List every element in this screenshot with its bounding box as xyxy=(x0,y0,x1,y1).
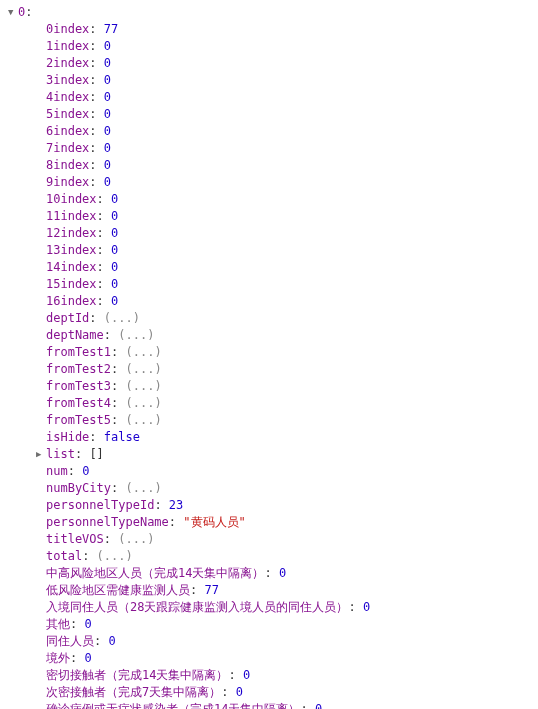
property-key: deptId xyxy=(46,311,89,325)
property-key: 中高风险地区人员（完成14天集中隔离） xyxy=(46,566,264,580)
value-number: 0 xyxy=(84,617,91,631)
object-property[interactable]: fromTest3: (...) xyxy=(8,378,530,395)
object-property[interactable]: 6index: 0 xyxy=(8,123,530,140)
object-property[interactable]: 其他: 0 xyxy=(8,616,530,633)
object-property[interactable]: 密切接触者（完成14天集中隔离）: 0 xyxy=(8,667,530,684)
value-collapsed[interactable]: (...) xyxy=(104,311,140,325)
object-property[interactable]: isHide: false xyxy=(8,429,530,446)
value-number: 0 xyxy=(236,685,243,699)
object-property[interactable]: 境外: 0 xyxy=(8,650,530,667)
value-number: 0 xyxy=(104,90,111,104)
property-key: fromTest5 xyxy=(46,413,111,427)
object-property[interactable]: fromTest4: (...) xyxy=(8,395,530,412)
value-number: 0 xyxy=(104,141,111,155)
value-number: 0 xyxy=(104,39,111,53)
value-number: 0 xyxy=(111,192,118,206)
property-key: titleVOS xyxy=(46,532,104,546)
value-collapsed[interactable]: (...) xyxy=(118,328,154,342)
object-property[interactable]: titleVOS: (...) xyxy=(8,531,530,548)
value-collapsed[interactable]: (...) xyxy=(126,481,162,495)
object-property[interactable]: 14index: 0 xyxy=(8,259,530,276)
value-number: 23 xyxy=(169,498,183,512)
value-collapsed[interactable]: (...) xyxy=(126,379,162,393)
value-number: 0 xyxy=(111,209,118,223)
object-property[interactable]: 0index: 77 xyxy=(8,21,530,38)
object-property[interactable]: 3index: 0 xyxy=(8,72,530,89)
object-property[interactable]: 11index: 0 xyxy=(8,208,530,225)
object-property[interactable]: 16index: 0 xyxy=(8,293,530,310)
object-property[interactable]: 8index: 0 xyxy=(8,157,530,174)
property-key: 3index xyxy=(46,73,89,87)
value-number: 0 xyxy=(111,243,118,257)
object-property[interactable]: 12index: 0 xyxy=(8,225,530,242)
value-number: 0 xyxy=(111,277,118,291)
property-key: deptName xyxy=(46,328,104,342)
property-key: 9index xyxy=(46,175,89,189)
value-number: 0 xyxy=(243,668,250,682)
object-property[interactable]: fromTest1: (...) xyxy=(8,344,530,361)
property-key: 5index xyxy=(46,107,89,121)
property-key: 14index xyxy=(46,260,97,274)
value-collapsed[interactable]: (...) xyxy=(126,413,162,427)
object-property[interactable]: fromTest5: (...) xyxy=(8,412,530,429)
property-key: 密切接触者（完成14天集中隔离） xyxy=(46,668,228,682)
value-number: 0 xyxy=(104,73,111,87)
property-key: 13index xyxy=(46,243,97,257)
value-number: 0 xyxy=(104,56,111,70)
object-property[interactable]: 9index: 0 xyxy=(8,174,530,191)
property-key: total xyxy=(46,549,82,563)
object-property[interactable]: 确诊病例或无症状感染者（完成14天集中隔离）: 0 xyxy=(8,701,530,709)
value-collapsed[interactable]: (...) xyxy=(126,396,162,410)
property-key: 11index xyxy=(46,209,97,223)
object-property[interactable]: 中高风险地区人员（完成14天集中隔离）: 0 xyxy=(8,565,530,582)
value-number: 0 xyxy=(84,651,91,665)
object-property[interactable]: total: (...) xyxy=(8,548,530,565)
value-collapsed[interactable]: (...) xyxy=(126,362,162,376)
object-property[interactable]: 2index: 0 xyxy=(8,55,530,72)
value-number: 0 xyxy=(108,634,115,648)
object-property[interactable]: deptId: (...) xyxy=(8,310,530,327)
object-property[interactable]: fromTest2: (...) xyxy=(8,361,530,378)
property-key: 确诊病例或无症状感染者（完成14天集中隔离） xyxy=(46,702,300,709)
property-key: 6index xyxy=(46,124,89,138)
property-key: 4index xyxy=(46,90,89,104)
value-number: 0 xyxy=(82,464,89,478)
property-key: 境外 xyxy=(46,651,70,665)
property-key: 8index xyxy=(46,158,89,172)
object-property[interactable]: 13index: 0 xyxy=(8,242,530,259)
object-property[interactable]: 4index: 0 xyxy=(8,89,530,106)
value-number: 0 xyxy=(111,294,118,308)
property-key: 12index xyxy=(46,226,97,240)
object-property[interactable]: 次密接触者（完成7天集中隔离）: 0 xyxy=(8,684,530,701)
object-property[interactable]: ▶list: [] xyxy=(8,446,530,463)
value-number: 0 xyxy=(104,107,111,121)
value-number: 0 xyxy=(279,566,286,580)
property-key: 7index xyxy=(46,141,89,155)
value-collapsed[interactable]: (...) xyxy=(118,532,154,546)
object-property[interactable]: num: 0 xyxy=(8,463,530,480)
object-property[interactable]: 15index: 0 xyxy=(8,276,530,293)
object-property[interactable]: 1index: 0 xyxy=(8,38,530,55)
object-property[interactable]: deptName: (...) xyxy=(8,327,530,344)
object-property[interactable]: 低风险地区需健康监测人员: 77 xyxy=(8,582,530,599)
object-property[interactable]: personnelTypeId: 23 xyxy=(8,497,530,514)
object-tree: ▼0: 0index: 77 1index: 0 2index: 0 3inde… xyxy=(8,4,530,709)
property-key: 16index xyxy=(46,294,97,308)
object-property[interactable]: 10index: 0 xyxy=(8,191,530,208)
object-property[interactable]: numByCity: (...) xyxy=(8,480,530,497)
object-property[interactable]: 7index: 0 xyxy=(8,140,530,157)
property-key: 同住人员 xyxy=(46,634,94,648)
object-property[interactable]: 入境同住人员（28天跟踪健康监测入境人员的同住人员）: 0 xyxy=(8,599,530,616)
expand-arrow-icon[interactable]: ▶ xyxy=(36,446,46,462)
expand-arrow-icon[interactable]: ▼ xyxy=(8,4,18,20)
value-collapsed[interactable]: (...) xyxy=(126,345,162,359)
property-key: isHide xyxy=(46,430,89,444)
object-property[interactable]: 5index: 0 xyxy=(8,106,530,123)
tree-root[interactable]: ▼0: xyxy=(8,4,530,21)
property-key: 次密接触者（完成7天集中隔离） xyxy=(46,685,221,699)
object-property[interactable]: personnelTypeName: "黄码人员" xyxy=(8,514,530,531)
object-property[interactable]: 同住人员: 0 xyxy=(8,633,530,650)
property-key: 1index xyxy=(46,39,89,53)
value-string: "黄码人员" xyxy=(183,515,245,529)
value-collapsed[interactable]: (...) xyxy=(97,549,133,563)
